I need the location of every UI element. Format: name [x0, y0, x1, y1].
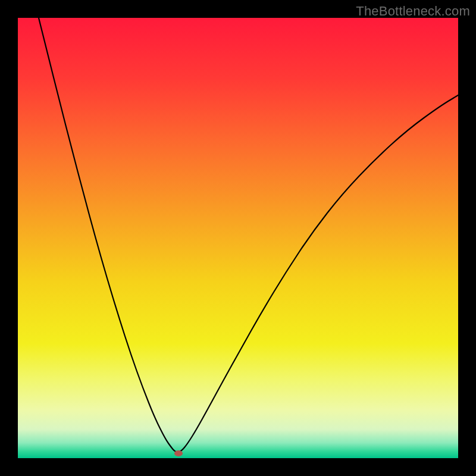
plot-area — [18, 18, 458, 458]
chart-svg — [18, 18, 458, 458]
watermark-text: TheBottleneck.com — [356, 4, 470, 19]
gradient-background — [18, 18, 458, 458]
chart-frame: TheBottleneck.com — [0, 0, 476, 476]
optimum-marker — [174, 450, 183, 456]
